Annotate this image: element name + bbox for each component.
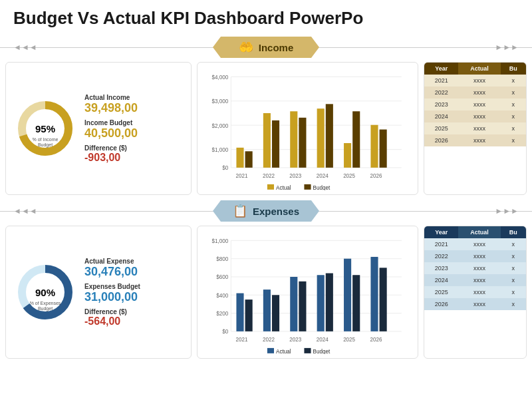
year-cell: 2024 — [424, 274, 458, 286]
svg-rect-57 — [326, 274, 333, 331]
svg-rect-33 — [304, 184, 311, 190]
svg-rect-55 — [299, 282, 306, 331]
arrow-right-expenses: ►►► — [495, 206, 519, 216]
year-cell: 2026 — [424, 134, 458, 146]
svg-text:2021: 2021 — [236, 335, 248, 343]
svg-text:$1,000: $1,000 — [212, 237, 229, 244]
svg-text:$600: $600 — [216, 274, 228, 281]
actual-cell: xxxx — [458, 286, 500, 298]
budget-cell: x — [501, 75, 526, 87]
table-row: 2024xxxxx — [424, 274, 526, 286]
svg-text:2026: 2026 — [370, 172, 382, 179]
budget-cell: x — [501, 298, 526, 310]
income-chart-area: $4,000 $3,000 $2,000 $1,000 $0 — [207, 69, 408, 190]
svg-text:2023: 2023 — [289, 172, 301, 179]
svg-text:2026: 2026 — [370, 335, 382, 343]
svg-rect-31 — [267, 184, 274, 190]
year-cell: 2021 — [424, 75, 458, 87]
arrow-right-income: ►►► — [495, 43, 519, 52]
year-cell: 2023 — [424, 262, 458, 274]
budget-cell: x — [501, 87, 526, 99]
income-banner: ◄◄◄ 🤲 Income ►►► — [0, 35, 532, 59]
actual-cell: xxxx — [458, 238, 500, 250]
svg-text:$2,000: $2,000 — [212, 122, 229, 129]
table-row: 2025xxxxx — [424, 122, 526, 134]
svg-rect-58 — [344, 259, 351, 331]
income-donut: 95% % of IncomeBudget — [15, 99, 75, 158]
svg-text:2021: 2021 — [236, 172, 248, 179]
year-cell: 2025 — [424, 286, 458, 298]
year-cell: 2026 — [424, 298, 458, 310]
income-table-budget-header: Bu — [501, 63, 526, 75]
svg-text:2023: 2023 — [289, 335, 301, 343]
svg-rect-50 — [236, 294, 243, 331]
actual-cell: xxxx — [458, 75, 500, 87]
table-row: 2025xxxxx — [424, 286, 526, 298]
svg-text:2024: 2024 — [317, 335, 329, 343]
svg-rect-68 — [267, 348, 274, 353]
expenses-table-budget-header: Bu — [501, 226, 526, 238]
income-donut-label: % of IncomeBudget — [33, 137, 59, 148]
table-row: 2023xxxxx — [424, 99, 526, 110]
income-budget-label: Income Budget — [84, 119, 138, 126]
svg-text:Budget: Budget — [313, 347, 331, 354]
income-diff-label: Difference ($) — [84, 144, 138, 152]
budget-cell: x — [501, 286, 526, 298]
svg-text:$4,000: $4,000 — [212, 73, 229, 81]
expenses-banner-shape: 📋 Expenses — [213, 200, 319, 222]
expenses-table-card: Year Actual Bu 2021xxxxx2022xxxxx2023xxx… — [424, 226, 527, 359]
svg-text:Budget: Budget — [313, 184, 331, 190]
svg-rect-15 — [263, 113, 271, 168]
table-row: 2022xxxxx — [424, 250, 526, 262]
actual-cell: xxxx — [458, 262, 500, 274]
svg-text:Actual: Actual — [276, 184, 291, 190]
income-table-card: Year Actual Bu 2021xxxxx2022xxxxx2023xxx… — [424, 62, 527, 195]
budget-cell: x — [501, 122, 526, 134]
svg-rect-18 — [299, 118, 306, 168]
table-row: 2024xxxxx — [424, 110, 526, 122]
income-table-year-header: Year — [424, 63, 458, 75]
actual-cell: xxxx — [458, 122, 500, 134]
svg-text:$0: $0 — [222, 164, 228, 172]
svg-text:$3,000: $3,000 — [212, 98, 229, 105]
svg-text:$200: $200 — [216, 310, 228, 317]
svg-rect-61 — [380, 268, 387, 331]
expenses-budget-value: 31,000,00 — [84, 290, 140, 304]
expenses-donut: 90% % of ExpensesBudget — [15, 262, 75, 322]
income-banner-shape: 🤲 Income — [213, 37, 319, 58]
svg-rect-54 — [290, 277, 297, 331]
svg-rect-20 — [326, 104, 333, 168]
expenses-budget-label: Expenses Budget — [84, 283, 140, 290]
svg-rect-19 — [317, 108, 325, 168]
actual-cell: xxxx — [458, 87, 500, 99]
svg-text:$0: $0 — [222, 328, 228, 335]
svg-rect-16 — [272, 120, 279, 168]
table-row: 2023xxxxx — [424, 262, 526, 274]
income-budget-value: 40,500,00 — [84, 126, 138, 140]
actual-cell: xxxx — [458, 274, 500, 286]
svg-rect-51 — [245, 299, 253, 331]
svg-text:2025: 2025 — [343, 172, 355, 179]
svg-rect-59 — [352, 275, 360, 331]
income-icon: 🤲 — [239, 40, 253, 55]
budget-cell: x — [501, 274, 526, 286]
expenses-donut-percent: 90% — [35, 287, 55, 298]
budget-cell: x — [501, 250, 526, 262]
svg-text:$1,000: $1,000 — [212, 146, 229, 154]
svg-rect-70 — [304, 348, 311, 353]
svg-rect-17 — [290, 111, 297, 168]
svg-text:2024: 2024 — [317, 172, 329, 179]
actual-expense-value: 30,476,00 — [84, 265, 140, 279]
expenses-kpi-stats: Actual Expense 30,476,00 Expenses Budget… — [84, 258, 140, 327]
svg-rect-14 — [245, 151, 253, 168]
svg-rect-13 — [236, 148, 243, 168]
svg-text:$800: $800 — [216, 256, 228, 263]
income-kpi-card: 95% % of IncomeBudget Actual Income 39,4… — [5, 62, 192, 195]
year-cell: 2024 — [424, 110, 458, 122]
year-cell: 2022 — [424, 87, 458, 99]
budget-cell: x — [501, 238, 526, 250]
actual-income-label: Actual Income — [84, 94, 138, 101]
svg-rect-21 — [344, 143, 351, 168]
expenses-table-actual-header: Actual — [458, 226, 500, 238]
page-title: Budget Vs Actual KPI Dashboard PowerPo — [0, 0, 532, 33]
